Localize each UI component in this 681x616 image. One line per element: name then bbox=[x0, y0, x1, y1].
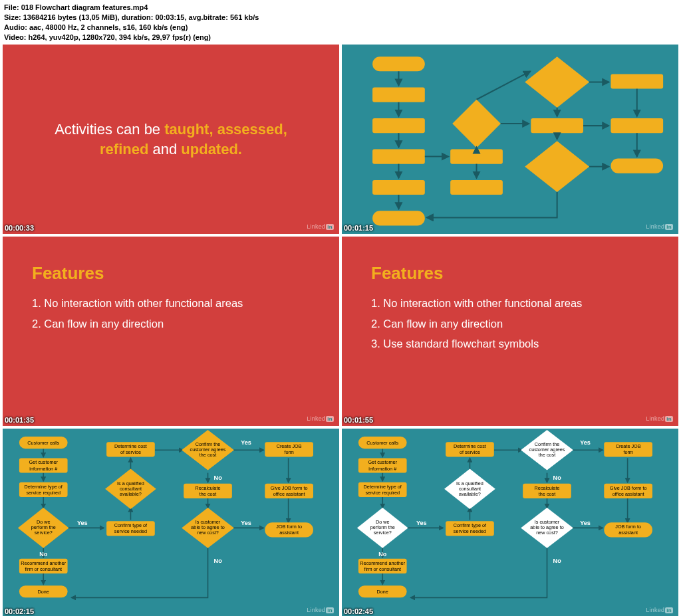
svg-text:the cost: the cost bbox=[200, 491, 216, 497]
svg-rect-2 bbox=[372, 118, 425, 133]
svg-marker-11 bbox=[525, 142, 589, 193]
svg-rect-7 bbox=[450, 150, 503, 164]
meta-video: Video: h264, yuv420p, 1280x720, 394 kb/s… bbox=[4, 33, 677, 43]
svg-text:form: form bbox=[623, 449, 633, 455]
svg-text:firm or consultant: firm or consultant bbox=[25, 566, 62, 572]
svg-text:Determine cost: Determine cost bbox=[114, 443, 147, 449]
svg-text:Recalculate: Recalculate bbox=[535, 484, 560, 490]
svg-text:available?: available? bbox=[120, 491, 142, 497]
svg-text:form: form bbox=[284, 449, 294, 455]
meta-size: Size: 13684216 bytes (13,05 MiB), durati… bbox=[4, 13, 677, 23]
svg-text:No: No bbox=[378, 550, 387, 557]
svg-text:assistant: assistant bbox=[618, 530, 638, 536]
svg-text:available?: available? bbox=[459, 491, 481, 497]
timestamp-5: 00:02:15 bbox=[5, 607, 34, 615]
timestamp-4: 00:01:55 bbox=[344, 416, 373, 424]
svg-rect-12 bbox=[611, 74, 663, 89]
svg-text:the cost: the cost bbox=[200, 452, 216, 458]
svg-text:office assistant: office assistant bbox=[613, 491, 644, 497]
svg-marker-6 bbox=[452, 100, 501, 148]
svg-text:Create JOB: Create JOB bbox=[277, 443, 302, 449]
svg-text:the cost: the cost bbox=[539, 452, 555, 458]
svg-text:office assistant: office assistant bbox=[273, 491, 305, 497]
svg-text:service?: service? bbox=[35, 530, 53, 536]
svg-text:Get customer: Get customer bbox=[29, 459, 58, 465]
svg-rect-14 bbox=[611, 159, 663, 173]
svg-text:assistant: assistant bbox=[279, 530, 299, 536]
svg-text:the cost: the cost bbox=[539, 491, 555, 497]
svg-text:No: No bbox=[214, 474, 223, 480]
linkedin-logo: Linkedin bbox=[646, 607, 673, 613]
slide-quote: Activities can be taught, assessed, refi… bbox=[31, 120, 311, 159]
linkedin-logo: Linkedin bbox=[307, 415, 334, 422]
svg-text:Done: Done bbox=[38, 589, 49, 595]
svg-text:No: No bbox=[214, 557, 223, 564]
detailed-flowchart-b: Yes No Yes No Yes No Customer calls Get … bbox=[342, 429, 678, 616]
svg-rect-10 bbox=[531, 118, 583, 133]
svg-rect-13 bbox=[611, 118, 663, 133]
svg-text:service needed: service needed bbox=[454, 528, 486, 534]
svg-text:Determine type of: Determine type of bbox=[25, 483, 63, 489]
svg-text:service needed: service needed bbox=[114, 528, 147, 534]
svg-text:Yes: Yes bbox=[77, 520, 88, 526]
linkedin-logo: Linkedin bbox=[646, 415, 673, 422]
thumb-4: Features 1. No interaction with other fu… bbox=[342, 237, 678, 426]
svg-text:Create JOB: Create JOB bbox=[616, 443, 641, 449]
svg-text:new cost?: new cost? bbox=[197, 530, 219, 536]
svg-rect-4 bbox=[372, 180, 425, 195]
timestamp-3: 00:01:35 bbox=[5, 416, 34, 424]
detailed-flowchart-a: Yes No Yes No Yes No Customer calls Get … bbox=[3, 429, 339, 616]
svg-text:of service: of service bbox=[460, 449, 480, 455]
svg-line-24 bbox=[477, 72, 531, 100]
svg-text:Yes: Yes bbox=[580, 520, 591, 526]
svg-text:Confirm type of: Confirm type of bbox=[114, 522, 148, 528]
thumb-1: Activities can be taught, assessed, refi… bbox=[3, 45, 339, 234]
svg-rect-1 bbox=[372, 88, 425, 102]
svg-text:Recommend another: Recommend another bbox=[21, 560, 66, 566]
thumbnail-grid: Activities can be taught, assessed, refi… bbox=[0, 45, 681, 616]
linkedin-logo: Linkedin bbox=[307, 607, 334, 613]
svg-text:Yes: Yes bbox=[241, 439, 251, 446]
svg-text:Yes: Yes bbox=[416, 520, 427, 526]
svg-text:information #: information # bbox=[368, 465, 396, 471]
thumb-2: 00:01:15 Linkedin bbox=[342, 45, 678, 234]
svg-text:Customer calls: Customer calls bbox=[27, 440, 59, 446]
svg-text:Recommend another: Recommend another bbox=[360, 560, 405, 566]
svg-text:No: No bbox=[553, 557, 562, 564]
svg-text:service?: service? bbox=[374, 530, 392, 536]
svg-text:No: No bbox=[553, 474, 562, 480]
svg-text:No: No bbox=[39, 550, 48, 557]
svg-text:JOB form to: JOB form to bbox=[615, 524, 641, 530]
svg-text:JOB form to: JOB form to bbox=[276, 524, 302, 530]
svg-text:Customer calls: Customer calls bbox=[366, 440, 398, 446]
svg-text:service required: service required bbox=[365, 490, 400, 496]
svg-text:Recalculate: Recalculate bbox=[196, 484, 221, 490]
feature-item: 1. No interaction with other functional … bbox=[32, 293, 310, 314]
features-title: Features bbox=[371, 263, 649, 284]
linkedin-logo: Linkedin bbox=[646, 223, 673, 230]
abstract-flowchart bbox=[342, 45, 678, 234]
svg-text:of service: of service bbox=[120, 449, 141, 455]
feature-item: 3. Use standard flowchart symbols bbox=[371, 334, 649, 354]
thumb-6: Yes No Yes No Yes No Customer calls Get … bbox=[342, 429, 678, 616]
svg-marker-9 bbox=[525, 57, 589, 108]
feature-item: 2. Can flow in any direction bbox=[371, 314, 649, 334]
svg-text:Get customer: Get customer bbox=[368, 459, 397, 465]
timestamp-6: 00:02:45 bbox=[344, 607, 373, 615]
svg-text:Give JOB form to: Give JOB form to bbox=[271, 484, 308, 490]
feature-item: 1. No interaction with other functional … bbox=[371, 293, 649, 314]
svg-rect-3 bbox=[372, 150, 425, 164]
video-metadata: File: 018 Flowchart diagram features.mp4… bbox=[0, 0, 681, 45]
thumb-3: Features 1. No interaction with other fu… bbox=[3, 237, 339, 426]
svg-rect-8 bbox=[450, 180, 503, 195]
timestamp-2: 00:01:15 bbox=[344, 224, 373, 232]
meta-audio: Audio: aac, 48000 Hz, 2 channels, s16, 1… bbox=[4, 23, 677, 33]
svg-text:Determine type of: Determine type of bbox=[364, 483, 402, 489]
svg-rect-5 bbox=[372, 211, 425, 226]
svg-rect-0 bbox=[372, 57, 425, 72]
svg-text:new cost?: new cost? bbox=[536, 530, 558, 536]
meta-file: File: 018 Flowchart diagram features.mp4 bbox=[4, 3, 677, 13]
thumb-5: Yes No Yes No Yes No Customer calls Get … bbox=[3, 429, 339, 616]
svg-text:firm or consultant: firm or consultant bbox=[364, 566, 401, 572]
svg-text:Determine cost: Determine cost bbox=[454, 443, 486, 449]
